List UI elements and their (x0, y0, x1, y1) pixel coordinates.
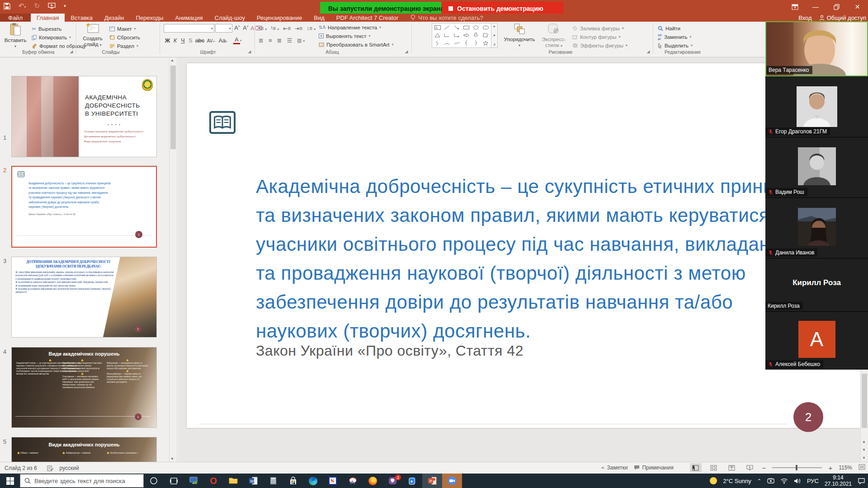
paragraph-dialog-launcher[interactable]: ◢ (404, 49, 409, 54)
snipping-tool-icon[interactable] (343, 474, 363, 488)
copy-button[interactable]: Копировать▾ (32, 33, 71, 42)
task-view-button[interactable] (164, 474, 184, 488)
shape-rectangle[interactable] (463, 25, 469, 30)
new-slide-button[interactable]: Создатьслайд ▾ (80, 23, 106, 48)
tab-review[interactable]: Рецензирование (251, 14, 308, 22)
zoom-slider[interactable] (772, 467, 822, 468)
bullets-button[interactable]: •≡ ▾ (259, 25, 267, 32)
shape-effects-button[interactable]: Эффекты фигуры▾ (572, 41, 627, 50)
remote-desktop-icon[interactable] (184, 474, 203, 488)
weather-icon[interactable] (710, 477, 717, 484)
grow-font-button[interactable]: A˄ (233, 25, 241, 31)
reset-button[interactable]: Сбросить (109, 33, 140, 42)
find-button[interactable]: Найти (658, 24, 680, 33)
file-explorer-icon[interactable] (223, 474, 243, 488)
justify-button[interactable]: ☰ (287, 37, 292, 44)
restore-button[interactable] (826, 0, 847, 14)
smartart-button[interactable]: Преобразовать в SmartArt▾ (319, 40, 394, 49)
reading-view-button[interactable] (726, 463, 738, 472)
align-right-button[interactable]: ≣ (277, 37, 282, 44)
normal-view-button[interactable] (690, 463, 702, 472)
tell-me-box[interactable]: Что вы хотите сделать? (404, 14, 483, 22)
action-center-icon[interactable] (858, 478, 865, 484)
fit-to-window-button[interactable] (859, 464, 865, 471)
cut-button[interactable]: ✂Вырезать (32, 24, 61, 33)
language-indicator[interactable]: русский (60, 465, 79, 471)
volume-icon[interactable] (794, 478, 801, 484)
language-tray-indicator[interactable]: РУС (807, 478, 819, 484)
powerpoint-taskbar-icon[interactable]: P (422, 474, 442, 488)
weather-text[interactable]: 2°C Sunny (723, 478, 751, 484)
wifi-icon[interactable] (780, 478, 788, 484)
slideshow-view-button[interactable] (744, 463, 756, 472)
previous-slide-button[interactable]: ▲ (862, 440, 866, 444)
slide-canvas[interactable]: Академічна доброчесність – це сукупність… (187, 63, 860, 428)
clipboard-dialog-launcher[interactable]: ◢ (69, 49, 74, 54)
drawing-dialog-launcher[interactable]: ◢ (646, 49, 651, 54)
next-slide-button[interactable]: ▼ (862, 448, 866, 452)
slide-counter[interactable]: Слайд 2 из 6 (5, 465, 37, 471)
participant-tile-egor[interactable]: Егор Драголов 21ГМ (765, 76, 868, 137)
tab-slideshow[interactable]: Слайд-шоу (209, 14, 251, 22)
nero-icon[interactable]: N (323, 474, 343, 488)
shapes-gallery[interactable]: A (432, 23, 491, 48)
zoom-in-button[interactable]: + (828, 464, 832, 472)
font-color-button[interactable]: А (233, 37, 240, 44)
screen-record-icon[interactable] (767, 478, 774, 484)
underline-button[interactable]: Ч (179, 38, 187, 44)
stop-sharing-button[interactable]: Остановить демонстрацию (442, 2, 563, 15)
shape-right-arrow[interactable] (463, 33, 469, 38)
shapes-gallery-scrollbar[interactable]: ▲▼⊻ (491, 23, 498, 48)
taskbar-search-box[interactable]: Введите здесь текст для поиска (20, 474, 144, 488)
word-icon[interactable]: W (243, 474, 263, 488)
shape-textbox[interactable]: A (434, 25, 441, 30)
shape-flag[interactable] (483, 33, 489, 38)
thumbnail-scrollbar[interactable]: ▲ ▼ (169, 57, 177, 462)
microsoft-store-icon[interactable] (283, 474, 303, 488)
zoom-out-button[interactable]: − (762, 464, 766, 472)
align-left-button[interactable]: ≣ (259, 37, 264, 44)
hidden-icons-chevron[interactable]: ⌃ (757, 478, 761, 484)
columns-button[interactable]: ▥ ▾ (297, 38, 305, 43)
font-size-combo[interactable]: ▾ (215, 24, 232, 33)
shape-outline-button[interactable]: Контур фигуры▾ (572, 33, 620, 41)
firefox-icon[interactable] (363, 474, 382, 488)
opera-icon[interactable]: O (203, 474, 223, 488)
italic-button[interactable]: К (171, 38, 179, 44)
numbering-button[interactable]: ¹≡ ▾ (271, 25, 279, 32)
shape-right-brace[interactable] (474, 40, 477, 46)
tab-home[interactable]: Главная (31, 14, 65, 22)
font-dialog-launcher[interactable]: ◢ (247, 49, 252, 54)
qat-customize-icon[interactable]: ▾ (64, 4, 66, 8)
shape-elbow[interactable] (444, 33, 450, 38)
tab-insert[interactable]: Вставка (65, 14, 98, 22)
comments-button[interactable]: Примечания (634, 465, 673, 471)
minimize-button[interactable]: — (805, 0, 826, 14)
start-slideshow-icon[interactable] (48, 3, 56, 9)
shape-line[interactable] (444, 25, 450, 30)
viber-icon[interactable]: 2 (382, 474, 402, 488)
notes-button[interactable]: ≐Заметки (601, 465, 627, 471)
select-button[interactable]: Выделить▾ (658, 41, 693, 50)
change-case-button[interactable]: Aa▾ (217, 38, 229, 44)
slide-citation[interactable]: Закон України «Про освіту», Стаття 42 (256, 343, 524, 359)
shape-fill-button[interactable]: Заливка фигуры▾ (572, 24, 624, 33)
tab-animations[interactable]: Анимация (169, 14, 208, 22)
start-button[interactable] (0, 474, 20, 488)
calculator-icon[interactable] (263, 474, 283, 488)
slide-sorter-view-button[interactable] (708, 463, 720, 472)
tab-view[interactable]: Вид (308, 14, 330, 22)
edge-icon[interactable] (303, 474, 323, 488)
participant-tile-vera[interactable]: Вера Тарасенко (765, 21, 868, 76)
shape-oval[interactable] (473, 25, 479, 30)
close-button[interactable]: ✕ (847, 0, 868, 14)
share-link[interactable]: Общий доступ (819, 14, 866, 21)
shape-down-arrow[interactable] (473, 33, 478, 38)
save-icon[interactable] (4, 3, 10, 9)
shape-curve[interactable] (454, 41, 460, 45)
zoom-percentage[interactable]: 115% (839, 465, 852, 471)
shape-arrow[interactable] (454, 25, 460, 30)
bold-button[interactable]: Ж (164, 38, 171, 44)
text-direction-button[interactable]: ⇅AНаправление текста▾ (319, 23, 381, 32)
redo-icon[interactable]: ↻ (34, 2, 40, 10)
